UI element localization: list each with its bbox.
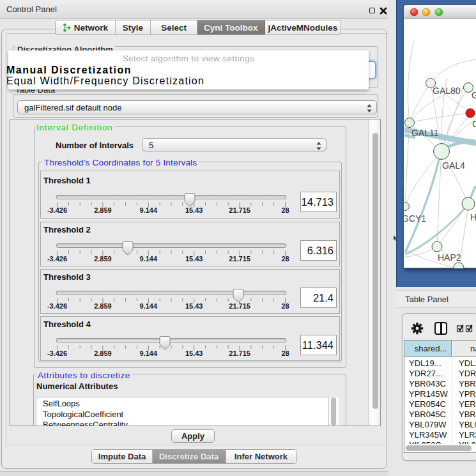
svg-text:9.144: 9.144 bbox=[140, 206, 158, 214]
svg-text:28: 28 bbox=[281, 302, 289, 309]
svg-text:G: G bbox=[472, 90, 476, 100]
svg-text:2.859: 2.859 bbox=[94, 302, 112, 309]
svg-text:21.715: 21.715 bbox=[229, 254, 250, 262]
svg-text:-3.426: -3.426 bbox=[47, 254, 67, 262]
svg-text:9.144: 9.144 bbox=[140, 349, 158, 357]
svg-text:15.43: 15.43 bbox=[185, 254, 203, 262]
svg-text:15.43: 15.43 bbox=[185, 302, 203, 309]
svg-text:9.144: 9.144 bbox=[140, 302, 158, 309]
svg-text:GAL80: GAL80 bbox=[433, 86, 461, 96]
svg-text:GAL4: GAL4 bbox=[442, 160, 465, 171]
svg-text:HAP2: HAP2 bbox=[438, 252, 461, 263]
svg-text:9.144: 9.144 bbox=[140, 254, 158, 262]
svg-text:15.43: 15.43 bbox=[185, 206, 203, 214]
svg-text:21.715: 21.715 bbox=[229, 206, 250, 214]
svg-text:2.859: 2.859 bbox=[94, 206, 112, 214]
svg-text:21.715: 21.715 bbox=[229, 302, 250, 309]
svg-text:28: 28 bbox=[281, 349, 289, 357]
svg-text:2.859: 2.859 bbox=[94, 349, 112, 357]
svg-text:H: H bbox=[470, 212, 476, 222]
svg-text:2.859: 2.859 bbox=[94, 254, 112, 262]
svg-text:21.715: 21.715 bbox=[229, 349, 250, 357]
svg-text:-3.426: -3.426 bbox=[47, 302, 67, 309]
svg-text:28: 28 bbox=[281, 254, 289, 262]
svg-text:28: 28 bbox=[281, 206, 289, 214]
svg-text:15.43: 15.43 bbox=[185, 349, 203, 357]
svg-text:-3.426: -3.426 bbox=[47, 206, 67, 214]
svg-text:C: C bbox=[472, 119, 476, 129]
svg-text:-3.426: -3.426 bbox=[47, 349, 67, 357]
svg-text:GAL11: GAL11 bbox=[411, 128, 439, 138]
svg-text:GCY1: GCY1 bbox=[404, 213, 426, 224]
